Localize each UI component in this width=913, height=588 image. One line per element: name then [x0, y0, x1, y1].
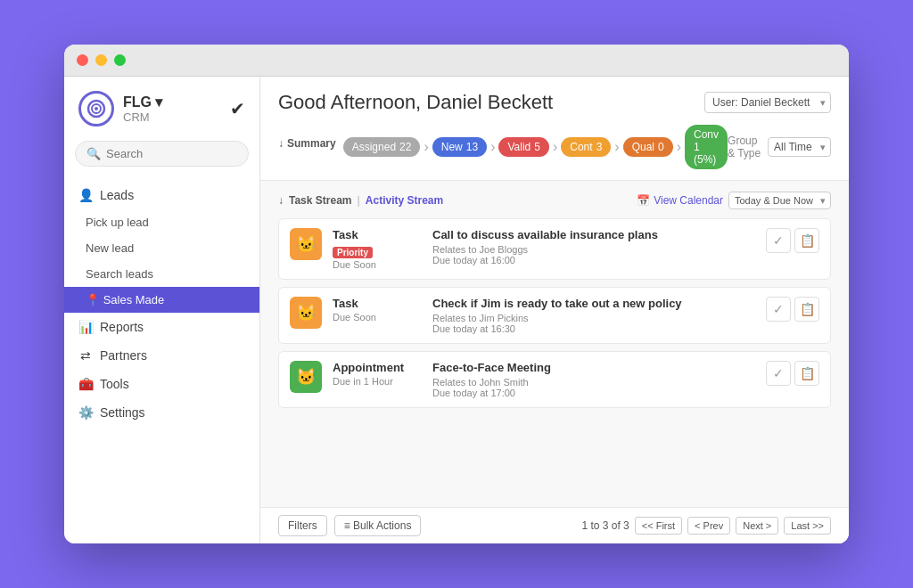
pin-icon: 📍 [86, 293, 103, 306]
arrow-icon: › [424, 139, 428, 155]
sidebar-item-partners[interactable]: ⇄ Partners [64, 341, 259, 370]
arrow-down-icon-2: ↓ [278, 194, 284, 207]
tools-icon: 🧰 [78, 377, 93, 391]
today-due-select[interactable]: Today & Due Now [728, 192, 831, 209]
stream-title: ↓ Task Stream | Activity Stream [278, 194, 443, 207]
task-relates: Relates to John Smith [432, 377, 755, 388]
app-window: FLG ▾ CRM ✔ 🔍 👤 Leads [64, 45, 849, 543]
priority-badge: Priority [333, 247, 373, 258]
brand-text: FLG ▾ CRM [123, 94, 162, 124]
pill-cont[interactable]: Cont 3 [561, 137, 611, 157]
pill-new[interactable]: New 13 [432, 137, 487, 157]
task-type: Appointment [333, 361, 422, 374]
sidebar-item-pick-up-lead[interactable]: Pick up lead [64, 209, 259, 235]
person-icon: 👤 [78, 188, 93, 202]
task-type: Task [333, 297, 422, 310]
titlebar [64, 45, 849, 77]
task-due: Due in 1 Hour [333, 376, 422, 387]
next-page-button[interactable]: Next > [736, 517, 778, 535]
avatar: 🐱 [290, 297, 322, 329]
main-header: Good Afternoon, Daniel Beckett User: Dan… [260, 77, 849, 181]
stream-controls: 📅 View Calendar Today & Due Now [637, 192, 831, 209]
task-due: Due Soon [333, 259, 422, 270]
main-content: Good Afternoon, Daniel Beckett User: Dan… [260, 77, 849, 543]
sidebar-item-settings[interactable]: ⚙️ Settings [64, 398, 259, 427]
pill-assigned[interactable]: Assigned 22 [343, 137, 421, 157]
task-footer: Filters ≡ Bulk Actions 1 to 3 of 3 << Fi… [260, 507, 849, 543]
first-page-button[interactable]: << First [635, 517, 682, 535]
settings-icon: ⚙️ [78, 405, 93, 420]
task-title: Call to discuss available insurance plan… [432, 228, 755, 241]
task-stream-header: ↓ Task Stream | Activity Stream 📅 View C… [278, 192, 831, 209]
check-action-button[interactable]: ✓ [766, 297, 791, 322]
close-dot[interactable] [77, 54, 88, 66]
summary-title: ↓ Summary [278, 137, 336, 150]
activity-stream-link[interactable]: Activity Stream [366, 194, 443, 207]
calendar-action-button[interactable]: 📋 [794, 228, 819, 253]
leads-submenu: Pick up lead New lead Search leads 📍 Sal… [64, 209, 259, 313]
sidebar: FLG ▾ CRM ✔ 🔍 👤 Leads [64, 77, 260, 543]
search-box[interactable]: 🔍 [75, 141, 249, 167]
reports-icon: 📊 [78, 320, 93, 334]
table-row: 🐱 Task Priority Due Soon Call to discuss… [278, 218, 831, 280]
calendar-action-button[interactable]: 📋 [794, 361, 819, 386]
bulk-actions-button[interactable]: ≡ Bulk Actions [334, 515, 422, 536]
pill-valid[interactable]: Valid 5 [498, 137, 548, 157]
calendar-action-button[interactable]: 📋 [794, 297, 819, 322]
user-dropdown[interactable]: User: Daniel Beckett [704, 92, 831, 113]
search-icon: 🔍 [86, 147, 101, 160]
brand-sub: CRM [123, 110, 162, 124]
task-actions-2: ✓ 📋 [766, 297, 819, 322]
pill-qual[interactable]: Qual 0 [623, 137, 673, 157]
task-relates: Relates to Joe Bloggs [432, 244, 755, 255]
task-deadline: Due today at 16:00 [432, 255, 755, 265]
sidebar-item-tools[interactable]: 🧰 Tools [64, 370, 259, 398]
all-time-select[interactable]: All Time [768, 137, 831, 157]
task-deadline: Due today at 17:00 [432, 388, 755, 398]
sidebar-item-reports[interactable]: 📊 Reports [64, 313, 259, 341]
task-due: Due Soon [333, 312, 422, 323]
summary-left: ↓ Summary Assigned 22 › New 13 [278, 125, 728, 169]
task-meta-3: Appointment Due in 1 Hour [333, 361, 422, 387]
svg-point-2 [95, 107, 98, 110]
brand-area: FLG ▾ CRM ✔ [64, 91, 259, 141]
task-content-2: Check if Jim is ready to take out a new … [432, 297, 755, 334]
table-row: 🐱 Appointment Due in 1 Hour Face-to-Face… [278, 351, 831, 408]
table-row: 🐱 Task Due Soon Check if Jim is ready to… [278, 287, 831, 344]
user-dropdown-wrapper[interactable]: User: Daniel Beckett [704, 92, 831, 113]
avatar: 🐱 [290, 361, 322, 393]
task-meta-2: Task Due Soon [333, 297, 422, 323]
group-type-area: Group & Type All Time [728, 135, 831, 159]
today-due-wrapper[interactable]: Today & Due Now [728, 192, 831, 209]
minimize-dot[interactable] [95, 54, 107, 66]
user-select-area: User: Daniel Beckett [704, 92, 831, 113]
pill-conv[interactable]: Conv 1 (5%) [685, 125, 728, 169]
task-meta-1: Task Priority Due Soon [333, 228, 422, 270]
sidebar-item-sales-made[interactable]: 📍 Sales Made [64, 287, 259, 313]
avatar: 🐱 [290, 228, 322, 260]
nav-section: 👤 Leads Pick up lead New lead Search lea… [64, 181, 259, 529]
task-actions-1: ✓ 📋 [766, 228, 819, 253]
sidebar-item-new-lead[interactable]: New lead [64, 235, 259, 261]
filters-button[interactable]: Filters [278, 515, 327, 536]
arrow-icon-3: › [553, 139, 557, 155]
view-calendar-link[interactable]: 📅 View Calendar [637, 194, 723, 207]
sidebar-item-search-leads[interactable]: Search leads [64, 261, 259, 287]
task-content-3: Face-to-Face Meeting Relates to John Smi… [432, 361, 755, 398]
maximize-dot[interactable] [114, 54, 126, 66]
arrow-icon-4: › [614, 139, 619, 155]
check-action-button[interactable]: ✓ [766, 361, 791, 386]
task-title: Face-to-Face Meeting [432, 361, 755, 374]
task-relates: Relates to Jim Pickins [432, 313, 755, 323]
last-page-button[interactable]: Last >> [784, 517, 831, 535]
sidebar-item-leads[interactable]: 👤 Leads [64, 181, 259, 209]
header-top: Good Afternoon, Daniel Beckett User: Dan… [278, 91, 831, 114]
check-action-button[interactable]: ✓ [766, 228, 791, 253]
summary-controls: ↓ Summary Assigned 22 › New 13 [278, 125, 831, 169]
app-body: FLG ▾ CRM ✔ 🔍 👤 Leads [64, 77, 849, 543]
partners-icon: ⇄ [78, 348, 93, 363]
search-input[interactable] [106, 147, 237, 160]
task-deadline: Due today at 16:30 [432, 323, 755, 334]
all-time-wrapper[interactable]: All Time [768, 137, 831, 157]
prev-page-button[interactable]: < Prev [687, 517, 730, 535]
